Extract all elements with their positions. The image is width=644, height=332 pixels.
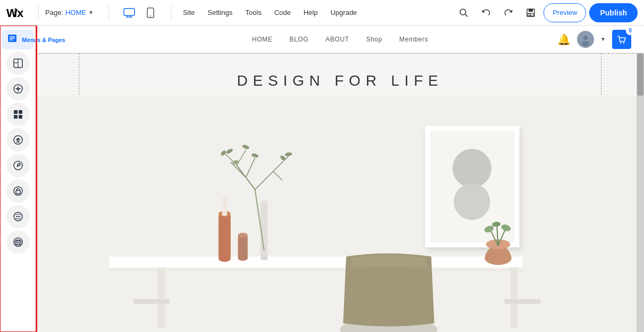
toolbar: W i x Page: HOME ▼ Site Se [0,0,644,26]
nav-link-shop[interactable]: Shop [366,36,382,43]
desktop-icon [123,8,135,18]
pages-svg-icon [7,33,18,44]
svg-rect-26 [19,110,22,114]
events-icon [13,237,23,247]
sidebar-item-components[interactable] [6,103,30,126]
sidebar-item-chat[interactable] [6,205,30,228]
wix-logo[interactable]: W i x [6,6,28,19]
toolbar-divider-2 [108,5,109,20]
page-name[interactable]: HOME [65,9,86,16]
pen-icon [13,160,23,171]
hero-section: DESIGN FOR LIFE [36,53,644,332]
svg-point-41 [19,216,20,217]
page-label: Page: [45,9,63,16]
svg-point-92 [454,184,490,220]
nav-link-blog[interactable]: BLOG [289,36,308,43]
upgrade-menu-button[interactable]: Upgrade [325,3,362,22]
svg-rect-59 [133,299,170,304]
scrollbar[interactable] [637,53,644,332]
svg-rect-12 [529,9,533,12]
desktop-view-button[interactable] [120,3,139,22]
svg-point-40 [17,216,18,217]
svg-point-39 [15,216,16,217]
page-dropdown-icon[interactable]: ▼ [88,10,94,15]
account-dropdown-icon[interactable]: ▼ [600,36,606,42]
toolbar-divider-1 [38,5,39,20]
site-nav: HOME BLOG ABOUT Shop Members 🔔 ▼ [36,26,644,53]
user-avatar[interactable] [577,31,594,48]
svg-point-91 [453,149,491,188]
site-nav-right: 🔔 ▼ 0 [557,30,631,49]
site-nav-links: HOME BLOG ABOUT Shop Members [252,36,428,43]
svg-point-52 [620,42,621,43]
code-menu-button[interactable]: Code [269,3,296,22]
sidebar-item-blog[interactable] [6,154,30,177]
settings-menu-button[interactable]: Settings [202,3,238,22]
preview-button[interactable]: Preview [543,3,586,22]
hero-image [36,96,644,332]
svg-rect-64 [222,198,227,215]
sidebar-item-upload[interactable] [6,128,30,152]
mobile-view-button[interactable] [141,3,160,22]
svg-point-65 [222,197,227,200]
notification-bell-icon[interactable]: 🔔 [557,33,571,46]
svg-point-53 [623,42,624,43]
svg-rect-55 [109,256,522,269]
svg-text:x: x [17,6,24,19]
chat-icon [13,211,23,222]
canvas-area: HOME BLOG ABOUT Shop Members 🔔 ▼ [36,26,644,332]
undo-button[interactable] [476,3,496,22]
redo-button[interactable] [499,3,518,22]
hero-title: DESIGN FOR LIFE [237,72,443,89]
site-menu-button[interactable]: Site [178,3,200,22]
components-icon [13,109,23,120]
svg-rect-43 [15,240,21,245]
search-icon [459,8,469,18]
tools-menu-button[interactable]: Tools [240,3,266,22]
add-icon [13,84,23,94]
svg-rect-37 [16,190,20,194]
svg-point-8 [150,15,151,16]
svg-point-51 [582,41,589,46]
svg-rect-3 [124,9,135,15]
search-button[interactable] [454,3,473,22]
page-info[interactable]: Page: HOME ▼ [45,9,94,16]
undo-icon [481,8,491,18]
sidebar-item-menus-pages[interactable]: Menus & Pages [2,30,34,49]
cart-count: 0 [626,27,634,35]
svg-line-10 [465,14,468,16]
cart-icon [617,35,626,44]
svg-rect-57 [158,268,165,328]
svg-point-50 [583,36,588,40]
svg-point-71 [261,200,268,204]
svg-rect-14 [530,14,531,16]
save-icon [525,7,536,18]
svg-point-68 [238,233,247,237]
sidebar-item-add[interactable] [6,77,30,101]
svg-rect-60 [504,299,541,304]
sidebar-item-events[interactable] [6,230,30,254]
help-menu-button[interactable]: Help [298,3,323,22]
svg-rect-56 [109,268,522,271]
wix-logo-svg: W i x [6,6,28,19]
nav-link-home[interactable]: HOME [252,36,272,43]
nav-link-about[interactable]: ABOUT [325,36,349,43]
publish-button[interactable]: Publish [589,3,638,22]
svg-rect-67 [238,235,247,260]
svg-rect-25 [14,110,18,114]
sidebar-item-panels[interactable] [6,52,30,75]
svg-rect-27 [14,115,18,119]
avatar-image [578,32,593,47]
svg-rect-58 [511,268,518,328]
dashed-guide-top [36,53,644,54]
menus-pages-label: Menus & Pages [22,37,65,43]
sidebar-item-store[interactable] [6,179,30,203]
save-button[interactable] [521,3,540,22]
upload-icon [13,135,23,145]
scrollbar-thumb[interactable] [637,53,643,96]
svg-rect-48 [19,243,20,244]
cart-button[interactable]: 0 [612,30,631,49]
nav-link-members[interactable]: Members [399,36,428,43]
bag-icon [13,186,23,196]
left-sidebar: Menus & Pages [0,26,36,332]
